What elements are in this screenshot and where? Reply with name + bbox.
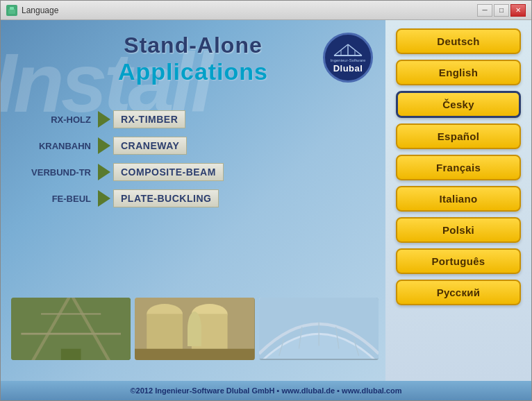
svg-rect-0 <box>8 9 15 14</box>
dlubal-subtitle: Ingenieur-Software <box>331 58 366 63</box>
lang-button-italiano[interactable]: Italiano <box>396 186 521 212</box>
product-row-0: RX-HOLZRX-TIMBER <box>15 110 379 128</box>
lang-button-polski[interactable]: Polski <box>396 217 521 243</box>
product-grid: RX-HOLZRX-TIMBERKRANBAHNCRANEWAYVERBUND-… <box>15 110 379 216</box>
application-window: Language ─ □ ✕ Install Stand-Alone Appli… <box>0 0 532 401</box>
titlebar: Language ─ □ ✕ <box>1 1 531 20</box>
window-controls: ─ □ ✕ <box>477 4 526 17</box>
lang-button-francais[interactable]: Français <box>396 155 521 180</box>
svg-rect-19 <box>135 349 254 360</box>
right-panel: DeutschEnglishČeskyEspañolFrançaisItalia… <box>385 20 531 381</box>
title-applications: Applications <box>118 58 268 85</box>
maximize-button[interactable]: □ <box>494 4 509 17</box>
product-new-name: COMPOSITE-BEAM <box>113 163 224 181</box>
lang-button-cesky[interactable]: Česky <box>396 91 521 118</box>
window-title: Language <box>22 6 477 15</box>
product-old-name: RX-HOLZ <box>15 114 98 125</box>
product-row-3: FE-BEULPLATE-BUCKLING <box>15 189 379 207</box>
photo-2 <box>135 298 254 360</box>
product-new-name: RX-TIMBER <box>113 110 185 128</box>
product-old-name: KRANBAHN <box>15 141 98 151</box>
product-arrow-icon <box>98 111 110 128</box>
photos-row <box>11 298 379 360</box>
close-button[interactable]: ✕ <box>510 4 526 17</box>
lang-button-deutsch[interactable]: Deutsch <box>396 28 521 54</box>
product-old-name: FE-BEUL <box>15 194 98 204</box>
product-arrow-icon <box>98 164 110 180</box>
title-standalone: Stand-Alone <box>124 33 262 58</box>
footer-text: ©2012 Ingenieur-Software Dlubal GmbH ▪ w… <box>131 386 402 395</box>
product-row-2: VERBUND-TRCOMPOSITE-BEAM <box>15 163 379 181</box>
lang-button-espanol[interactable]: Español <box>396 123 521 149</box>
main-content: Install Stand-Alone Applications Ingenie… <box>1 20 531 381</box>
svg-rect-1 <box>10 7 14 10</box>
logo-area: Stand-Alone Applications <box>118 33 268 85</box>
lang-button-english[interactable]: English <box>396 60 521 85</box>
lang-button-russian[interactable]: Русский <box>396 280 521 305</box>
product-new-name: PLATE-BUCKLING <box>113 189 219 207</box>
footer: ©2012 Ingenieur-Software Dlubal GmbH ▪ w… <box>1 381 531 400</box>
product-new-name: CRANEWAY <box>113 137 187 155</box>
left-panel: Install Stand-Alone Applications Ingenie… <box>1 20 385 381</box>
photo-3 <box>259 298 379 360</box>
product-arrow-icon <box>98 137 110 154</box>
svg-rect-26 <box>259 359 379 360</box>
dlubal-name: Dlubal <box>333 63 363 74</box>
product-arrow-icon <box>98 190 110 207</box>
svg-rect-13 <box>61 349 81 360</box>
minimize-button[interactable]: ─ <box>477 4 492 17</box>
photo-1 <box>11 298 131 360</box>
app-icon <box>6 5 17 16</box>
dlubal-badge: Ingenieur-Software Dlubal <box>323 33 373 83</box>
product-row-1: KRANBAHNCRANEWAY <box>15 137 379 155</box>
product-old-name: VERBUND-TR <box>15 167 98 178</box>
lang-button-portugues[interactable]: Português <box>396 248 521 274</box>
bridge-icon <box>331 42 365 58</box>
